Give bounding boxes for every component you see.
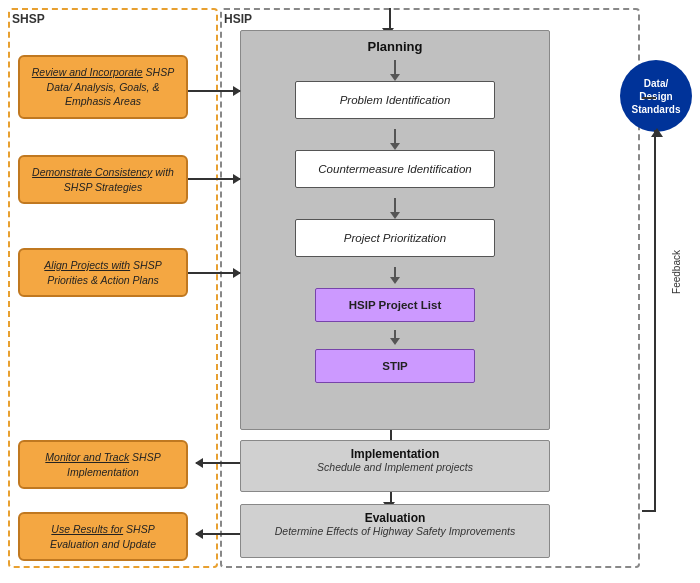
- feedback-line: [654, 130, 656, 510]
- v-connector-5: [394, 330, 396, 338]
- arrow-to-project-list: [390, 277, 400, 284]
- arrow-demonstrate-to-countermeasure: [188, 178, 240, 180]
- arrow-eval-to-use-results: [196, 533, 240, 535]
- shsp-item-review-label: Review and Incorporate SHSP Data/ Analys…: [32, 66, 174, 107]
- arrow-align-to-prioritization: [188, 272, 240, 274]
- countermeasure-id-box: Countermeasure Identification: [295, 150, 495, 188]
- arrow-to-prioritization: [390, 212, 400, 219]
- arrow-review-to-problem: [188, 90, 240, 92]
- feedback-label: Feedback: [671, 250, 682, 294]
- shsp-label: SHSP: [12, 12, 45, 26]
- implementation-box: Implementation Schedule and Implement pr…: [240, 440, 550, 492]
- problem-id-label: Problem Identification: [340, 94, 451, 106]
- v-connector-3: [394, 198, 396, 212]
- shsp-item-align-label: Align Projects with SHSP Priorities & Ac…: [44, 259, 161, 286]
- hsip-project-list-box: HSIP Project List: [315, 288, 475, 322]
- arrow-to-countermeasure: [390, 143, 400, 150]
- project-prioritization-label: Project Prioritization: [344, 232, 446, 244]
- shsp-item-monitor: Monitor and Track SHSP Implementation: [18, 440, 188, 489]
- v-connector-4: [394, 267, 396, 277]
- shsp-item-demonstrate-label: Demonstrate Consistency with SHSP Strate…: [32, 166, 174, 193]
- v-connector-2: [394, 129, 396, 143]
- data-design-oval: Data/DesignStandards: [620, 60, 692, 132]
- implementation-title: Implementation: [241, 447, 549, 461]
- shsp-item-use-results-label: Use Results for SHSP Evaluation and Upda…: [50, 523, 156, 550]
- project-prioritization-box: Project Prioritization: [295, 219, 495, 257]
- stip-label: STIP: [382, 360, 408, 372]
- arrow-impl-to-monitor: [196, 462, 240, 464]
- shsp-item-review: Review and Incorporate SHSP Data/ Analys…: [18, 55, 188, 119]
- stip-box: STIP: [315, 349, 475, 383]
- feedback-arrow: [651, 128, 663, 137]
- shsp-item-demonstrate: Demonstrate Consistency with SHSP Strate…: [18, 155, 188, 204]
- planning-box: Planning Problem Identification Counterm…: [240, 30, 550, 430]
- evaluation-box: Evaluation Determine Effects of Highway …: [240, 504, 550, 558]
- shsp-item-align: Align Projects with SHSP Priorities & Ac…: [18, 248, 188, 297]
- hsip-project-list-label: HSIP Project List: [349, 299, 441, 311]
- feedback-to-oval-line: [642, 97, 656, 99]
- evaluation-title: Evaluation: [241, 511, 549, 525]
- feedback-bottom-line: [642, 510, 656, 512]
- shsp-item-monitor-label: Monitor and Track SHSP Implementation: [45, 451, 160, 478]
- main-container: SHSP HSIP Planning Problem Identificatio…: [0, 0, 700, 583]
- countermeasure-id-label: Countermeasure Identification: [318, 163, 471, 175]
- planning-title: Planning: [241, 31, 549, 60]
- top-entry-line: [389, 8, 391, 30]
- evaluation-sub: Determine Effects of Highway Safety Impr…: [241, 525, 549, 537]
- problem-id-box: Problem Identification: [295, 81, 495, 119]
- arrow-to-stip: [390, 338, 400, 345]
- hsip-label: HSIP: [224, 12, 252, 26]
- arrow-to-problem: [390, 74, 400, 81]
- v-connector-1: [394, 60, 396, 74]
- implementation-sub: Schedule and Implement projects: [241, 461, 549, 473]
- shsp-item-use-results: Use Results for SHSP Evaluation and Upda…: [18, 512, 188, 561]
- data-design-label: Data/DesignStandards: [632, 77, 681, 116]
